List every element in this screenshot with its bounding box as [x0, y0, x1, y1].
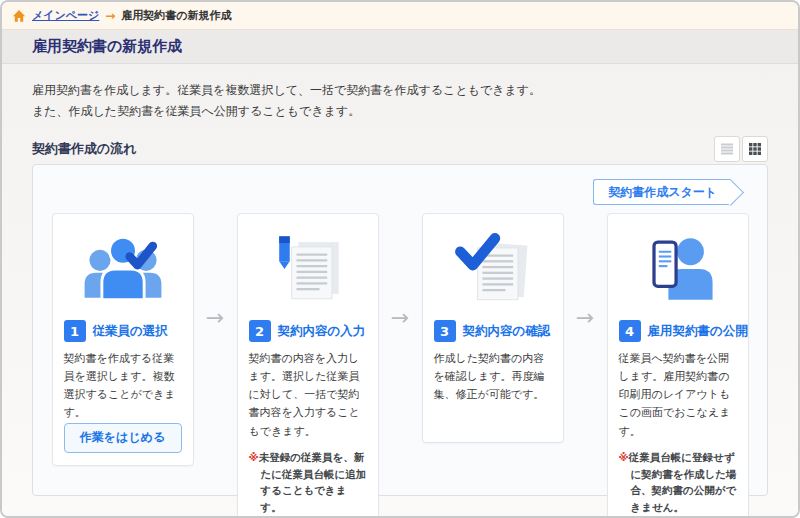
content-area: 雇用契約書を作成します。従業員を複数選択して、一括で契約書を作成することもできま… — [2, 64, 798, 516]
steps-row: 1 従業員の選択 契約書を作成する従業員を選択します。複数選択することができます… — [51, 213, 749, 518]
contract-create-start-button[interactable]: 契約書作成スタート — [593, 179, 731, 205]
breadcrumb-separator-icon: → — [105, 9, 115, 23]
work-start-button[interactable]: 作業をはじめる — [64, 423, 182, 453]
list-view-icon — [720, 142, 734, 156]
person-smartphone-icon — [619, 226, 737, 312]
step-number-badge: 2 — [249, 320, 271, 342]
flow-arrow-icon: → — [194, 305, 237, 330]
section-title: 契約書作成の流れ — [32, 140, 137, 162]
breadcrumb: メインページ → 雇用契約書の新規作成 — [2, 2, 798, 30]
step-number-badge: 3 — [434, 320, 456, 342]
note-text: 従業員台帳に登録せずに契約書を作成した場合、契約書の公開ができません。 — [629, 451, 737, 513]
breadcrumb-current: 雇用契約書の新規作成 — [121, 8, 231, 23]
step-card-input-contract: 2 契約内容の入力 契約書の内容を入力します。選択した従業員に対して、一括で契約… — [237, 213, 379, 518]
page-description: 雇用契約書を作成します。従業員を複数選択して、一括で契約書を作成することもできま… — [32, 80, 768, 122]
description-line: 雇用契約書を作成します。従業員を複数選択して、一括で契約書を作成することもできま… — [32, 80, 768, 101]
step-note: ※未登録の従業員を、新たに従業員台帳に追加することもできます。 — [249, 449, 367, 516]
step-card-select-employees: 1 従業員の選択 契約書を作成する従業員を選択します。複数選択することができます… — [52, 213, 194, 466]
document-pen-icon — [249, 226, 367, 312]
step-description: 契約書を作成する従業員を選択します。複数選択することができます。 — [64, 350, 182, 423]
view-toggles — [714, 136, 768, 162]
title-bar: 雇用契約書の新規作成 — [2, 30, 798, 64]
start-row: 契約書作成スタート — [51, 179, 749, 205]
people-check-icon — [64, 226, 182, 312]
step-head: 4 雇用契約書の公開 — [619, 320, 737, 342]
step-number-badge: 4 — [619, 320, 641, 342]
app-window: メインページ → 雇用契約書の新規作成 雇用契約書の新規作成 雇用契約書を作成し… — [0, 0, 800, 518]
step-note: ※従業員台帳に登録せずに契約書を作成した場合、契約書の公開ができません。 — [619, 449, 737, 516]
step-description: 従業員へ契約書を公開します。雇用契約書の印刷用のレイアウトもこの画面でおこなえま… — [619, 350, 737, 441]
description-line: また、作成した契約書を従業員へ公開することもできます。 — [32, 101, 768, 122]
note-asterisk: ※ — [249, 451, 259, 463]
home-icon[interactable] — [12, 9, 26, 23]
step-head: 1 従業員の選択 — [64, 320, 182, 342]
step-description: 作成した契約書の内容を確認します。再度編集、修正が可能です。 — [434, 350, 552, 404]
step-title: 従業員の選択 — [93, 323, 168, 340]
step-title: 雇用契約書の公開 — [648, 323, 748, 340]
note-text: 未登録の従業員を、新たに従業員台帳に追加することもできます。 — [259, 451, 367, 513]
page-title: 雇用契約書の新規作成 — [32, 37, 182, 56]
step-card-confirm-contract: 3 契約内容の確認 作成した契約書の内容を確認します。再度編集、修正が可能です。 — [422, 213, 564, 443]
flow-arrow-icon: → — [379, 305, 422, 330]
document-check-icon — [434, 226, 552, 312]
step-head: 2 契約内容の入力 — [249, 320, 367, 342]
step-title: 契約内容の確認 — [463, 323, 551, 340]
list-view-button[interactable] — [714, 136, 740, 162]
grid-view-button[interactable] — [742, 136, 768, 162]
step-head: 3 契約内容の確認 — [434, 320, 552, 342]
step-card-publish-contract: 4 雇用契約書の公開 従業員へ契約書を公開します。雇用契約書の印刷用のレイアウト… — [607, 213, 749, 518]
breadcrumb-link-main-page[interactable]: メインページ — [32, 8, 99, 23]
flow-arrow-icon: → — [564, 305, 607, 330]
section-header: 契約書作成の流れ — [32, 132, 768, 162]
step-title: 契約内容の入力 — [278, 323, 366, 340]
step-number-badge: 1 — [64, 320, 86, 342]
note-asterisk: ※ — [619, 451, 629, 463]
workflow-panel: 契約書作成スタート — [32, 164, 768, 496]
grid-view-icon — [748, 142, 762, 156]
step-description: 契約書の内容を入力します。選択した従業員に対して、一括で契約書内容を入力すること… — [249, 350, 367, 441]
